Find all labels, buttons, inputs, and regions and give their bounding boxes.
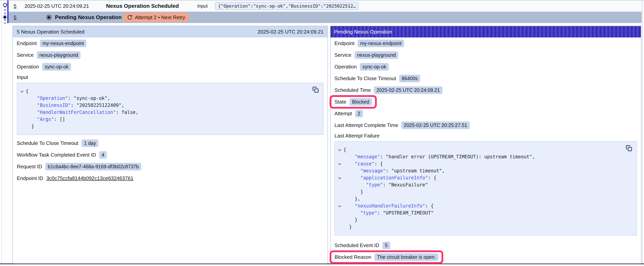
code-line: { (26, 88, 28, 95)
code-line-gutter (336, 167, 344, 174)
copy-icon (312, 86, 319, 93)
code-line: "type": "NexusFailure" (344, 181, 428, 188)
code-line: "message": "upstream timeout", (344, 167, 445, 174)
event-row-nexus-operation-scheduled[interactable]: 5 2025-02-25 UTC 20:24:09.21 Nexus Opera… (8, 1, 642, 12)
field-request-id: Request ID b1c6a4bc-8ee7-468a-9169-df3b0… (17, 161, 324, 172)
timeline-current-dot-icon (2, 15, 7, 20)
failure-json-viewer: { "message": "handler error (UPSTREAM_TI… (334, 141, 637, 235)
collapse-chevron-icon[interactable] (20, 90, 24, 93)
field-last-attempt-failure: Last Attempt Failure (334, 131, 637, 140)
code-line-gutter (19, 88, 26, 95)
code-line-gutter (336, 146, 344, 153)
field-workflow-task-completed-event-id: Workflow Task Completed Event ID 4 (17, 149, 324, 161)
field-attempt: Attempt 2 (334, 108, 637, 119)
code-line-gutter (336, 195, 344, 202)
input-inline-label: Input (197, 3, 208, 9)
input-preview-pill: {"Operation":"sync-op-ok","BusinessID":"… (215, 2, 359, 10)
temporal-event-history-screen: 5 2025-02-25 UTC 20:24:09.21 Nexus Opera… (0, 0, 644, 266)
code-line: "message": "handler error (UPSTREAM_TIME… (344, 153, 535, 160)
code-line-gutter (19, 102, 26, 109)
code-line: "Operation": "sync-op-ok", (26, 95, 110, 102)
code-line-gutter (19, 95, 26, 102)
code-line-gutter (336, 223, 344, 230)
code-line: "Args": [] (26, 116, 65, 123)
copy-json-button[interactable] (312, 86, 319, 94)
state-value-pill: Blocked (350, 98, 372, 106)
code-line: } (344, 223, 352, 230)
field-value-pill: 2 (355, 110, 363, 117)
field-value-pill: 86400s (399, 75, 420, 82)
code-line-gutter (19, 116, 26, 123)
field-value-pill: 5 (382, 242, 390, 249)
field-input: Input (17, 73, 324, 82)
panel-title: 5 Nexus Operation Scheduled (17, 29, 84, 35)
code-line-gutter (336, 216, 344, 223)
code-line-gutter (336, 153, 344, 160)
code-line: "HandlerWaitForCancellation": false, (26, 109, 138, 116)
blocked-reason-value-pill: The circuit breaker is open. (374, 253, 438, 261)
retry-badge-label: Attempt 2 • Next Retry (135, 15, 185, 21)
code-line: { (344, 146, 346, 153)
code-line-gutter (336, 181, 344, 188)
field-value-pill: 2025-02-25 UTC 20:25:27.51 (401, 122, 470, 129)
field-operation: Operation sync-op-ok (334, 61, 637, 73)
code-line: } (344, 188, 363, 195)
collapse-chevron-icon[interactable] (338, 148, 341, 151)
collapse-chevron-icon[interactable] (338, 204, 341, 207)
field-blocked-reason: Blocked Reason The circuit breaker is op… (334, 251, 637, 263)
code-line: "BusinessID": "20250225122409", (26, 102, 124, 109)
frame-right-border (642, 1, 642, 264)
field-value-pill: 4 (99, 151, 107, 159)
field-endpoint-id: Endpoint ID 3c0c75ccfa8144b092c13ce63246… (17, 172, 324, 184)
code-line: "applicationFailureInfo": { (344, 174, 436, 181)
code-line-gutter (336, 188, 344, 195)
endpoint-id-link[interactable]: 3c0c75ccfa8144b092c13ce632463761 (46, 175, 134, 181)
field-value-pill: my-nexus-endpoint (40, 40, 86, 47)
event-detail-panel-scheduled: 5 Nexus Operation Scheduled 2025-02-25 U… (12, 26, 328, 264)
field-value-pill: my-nexus-endpoint (358, 40, 404, 47)
code-line: "nexusHandlerFailureInfo": { (344, 202, 434, 209)
event-title: Pending Nexus Operation (55, 14, 122, 21)
frame-left-border (1, 1, 2, 264)
panel-timestamp: 2025-02-25 UTC 20:24:09.21 (258, 29, 324, 35)
code-line-gutter (336, 160, 344, 167)
event-row-pending-nexus-operation[interactable]: 5 Pending Nexus Operation Attempt 2 • Ne… (8, 12, 642, 23)
state-highlight-annotation: State Blocked (330, 95, 377, 109)
field-value-pill: 1 day (82, 139, 98, 147)
code-line-gutter (19, 123, 26, 130)
field-last-attempt-complete-time: Last Attempt Complete Time 2025-02-25 UT… (334, 119, 637, 131)
panel-header-pending: Pending Nexus Operation (330, 26, 641, 38)
timeline-dot-fill (4, 16, 6, 19)
field-value-pill: nexus-playground (37, 51, 81, 59)
event-id-link[interactable]: 5 (14, 15, 16, 21)
field-value-pill: sync-op-ok (360, 63, 389, 71)
field-endpoint: Endpoint my-nexus-endpoint (17, 38, 324, 49)
field-state: State Blocked (334, 96, 637, 108)
retry-icon (127, 15, 132, 20)
code-line: "cause": { (344, 160, 383, 167)
code-line-gutter (336, 174, 344, 181)
collapse-chevron-icon[interactable] (338, 162, 341, 165)
collapse-chevron-icon[interactable] (338, 176, 341, 179)
field-schedule-to-close-timeout: Schedule To Close Timeout 1 day (17, 137, 324, 149)
field-service: Service nexus-playground (334, 49, 637, 61)
field-service: Service nexus-playground (17, 49, 324, 61)
code-line: } (26, 123, 34, 130)
field-scheduled-event-id: Scheduled Event ID 5 (334, 239, 637, 251)
pending-asterisk-icon (46, 14, 52, 21)
timeline-open-circle-icon (3, 3, 7, 7)
code-line-gutter (336, 209, 344, 216)
code-line: }, (344, 195, 360, 202)
event-id-link[interactable]: 5 (14, 3, 16, 9)
field-value-pill: nexus-playground (354, 51, 398, 59)
field-scheduled-time: Scheduled Time 2025-02-25 UTC 20:24:09.2… (334, 84, 637, 96)
field-value-pill: 2025-02-25 UTC 20:24:09.21 (374, 86, 442, 94)
selected-event-accent-bar (7, 1, 8, 23)
input-json-viewer: { "Operation": "sync-op-ok", "BusinessID… (17, 83, 324, 135)
copy-json-button[interactable] (625, 145, 633, 152)
blocked-reason-highlight-annotation: Blocked Reason The circuit breaker is op… (330, 250, 443, 264)
copy-icon (626, 145, 632, 152)
code-line-gutter (19, 109, 26, 116)
panel-title: Pending Nexus Operation (334, 29, 392, 35)
pending-nexus-operation-panel: Pending Nexus Operation Endpoint my-nexu… (330, 26, 641, 264)
